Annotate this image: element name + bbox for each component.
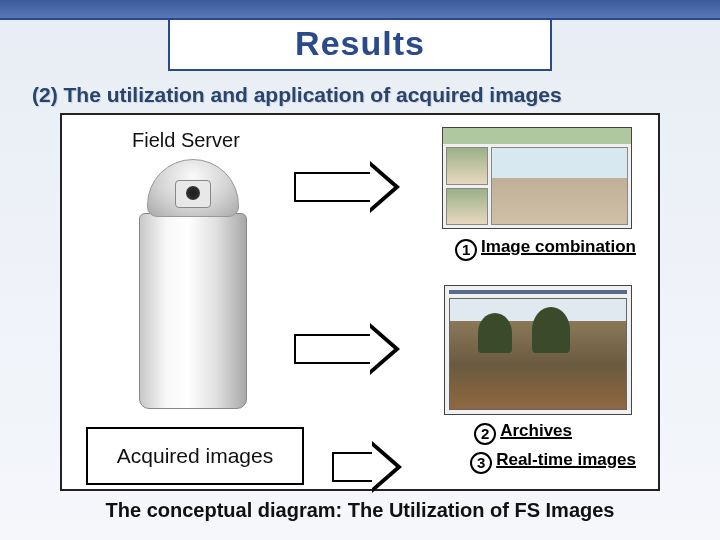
caption-text: Image combination [481,237,636,256]
acquired-images-box: Acquired images [86,427,304,485]
combo-small-thumb [446,188,488,226]
circled-number-icon: 2 [474,423,496,445]
archive-photo [449,298,627,410]
field-server-label: Field Server [132,129,240,152]
circled-number-icon: 3 [470,452,492,474]
server-cylinder-icon [139,213,247,409]
arrow-icon [294,161,400,213]
diagram-frame: Field Server 1Image combination 2Archive… [60,113,660,491]
top-accent-bar [0,0,720,20]
image-combination-thumbnail [442,127,632,229]
archive-thumbnail [444,285,632,415]
title-container: Results [168,20,552,71]
diagram-caption: The conceptual diagram: The Utilization … [0,499,720,522]
combo-header-strip [443,128,631,144]
section-subtitle: (2) The utilization and application of a… [32,83,688,107]
combo-small-thumb [446,147,488,185]
circled-number-icon: 1 [455,239,477,261]
field-server-image [130,159,256,413]
caption-text: Archives [500,421,572,440]
arrow-icon [332,441,402,493]
arrow-icon [294,323,400,375]
acquired-images-label: Acquired images [117,444,273,468]
camera-dome-icon [147,159,239,217]
page-title: Results [180,24,540,63]
caption-archives: 2Archives [474,421,572,445]
combo-panorama-thumb [491,147,628,225]
caption-image-combination: 1Image combination [455,237,636,261]
caption-realtime-images: 3Real-time images [470,450,636,474]
caption-text: Real-time images [496,450,636,469]
